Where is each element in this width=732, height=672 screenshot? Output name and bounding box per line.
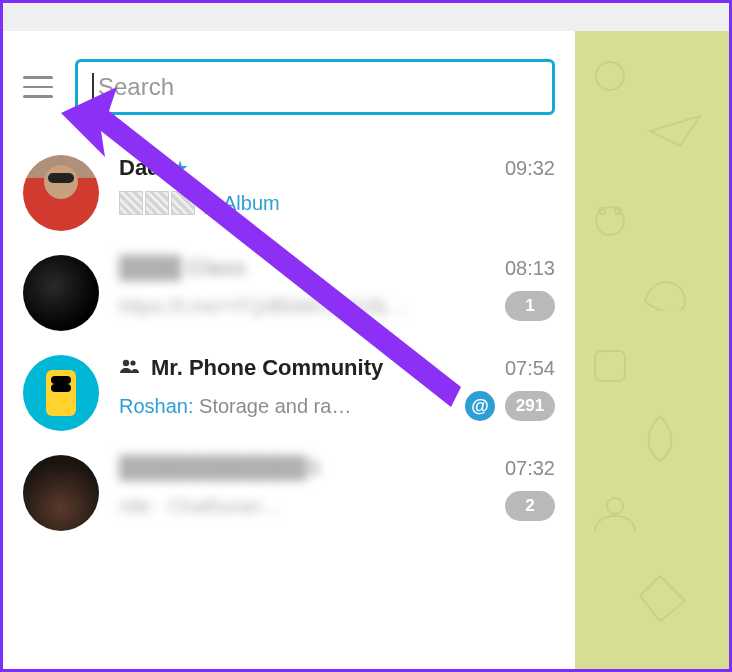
hamburger-icon	[23, 76, 53, 79]
chat-item[interactable]: ████ Class 08:13 https://t.me/+FQdBbMOG9…	[3, 245, 575, 345]
svg-point-5	[615, 208, 621, 214]
search-row: Search	[3, 31, 575, 145]
search-placeholder: Search	[98, 73, 174, 101]
text-cursor	[92, 73, 94, 101]
chat-name: Dad	[119, 155, 161, 181]
app-content: Search Dad ★ 09:32	[3, 31, 729, 669]
chat-preview: Roshan: Storage and ra…	[119, 395, 455, 418]
chat-time: 09:32	[505, 157, 555, 180]
chat-item[interactable]: ████████████S 07:32 ntle · Chathuran… 2	[3, 445, 575, 545]
avatar	[23, 455, 99, 531]
chat-name: Mr. Phone Community	[151, 355, 383, 381]
search-input[interactable]: Search	[75, 59, 555, 115]
svg-rect-6	[595, 351, 625, 381]
avatar	[23, 155, 99, 231]
chat-time: 07:32	[505, 457, 555, 480]
svg-point-2	[596, 62, 624, 90]
svg-point-0	[123, 359, 129, 365]
window-titlebar	[3, 3, 729, 31]
chat-time: 07:54	[505, 357, 555, 380]
separator	[205, 192, 207, 214]
avatar	[23, 355, 99, 431]
preview-label: Album	[223, 192, 280, 215]
avatar	[23, 255, 99, 331]
chat-item[interactable]: Dad ★ 09:32 Album	[3, 145, 575, 245]
chat-preview: ntle · Chathuran…	[119, 495, 495, 518]
svg-point-7	[607, 498, 623, 514]
mention-badge: @	[465, 391, 495, 421]
svg-point-4	[599, 208, 605, 214]
chat-name: ████████████S	[119, 455, 321, 481]
app-window: Search Dad ★ 09:32	[0, 0, 732, 672]
unread-badge: 2	[505, 491, 555, 521]
menu-button[interactable]	[23, 76, 53, 98]
chat-list: Dad ★ 09:32 Album	[3, 145, 575, 669]
unread-badge: 1	[505, 291, 555, 321]
chat-sidebar: Search Dad ★ 09:32	[3, 31, 575, 669]
sender-name: Roshan:	[119, 395, 194, 417]
group-icon	[119, 358, 141, 379]
chat-name: ████ Class	[119, 255, 246, 281]
chat-item[interactable]: Mr. Phone Community 07:54 Roshan: Storag…	[3, 345, 575, 445]
media-thumbnails	[119, 191, 195, 215]
chat-time: 08:13	[505, 257, 555, 280]
svg-point-3	[596, 207, 624, 235]
chat-preview: https://t.me/+FQdBbMOG91Bj…	[119, 295, 495, 318]
star-icon: ★	[171, 156, 189, 180]
unread-badge: 291	[505, 391, 555, 421]
chat-background	[575, 31, 729, 669]
svg-point-1	[130, 360, 135, 365]
